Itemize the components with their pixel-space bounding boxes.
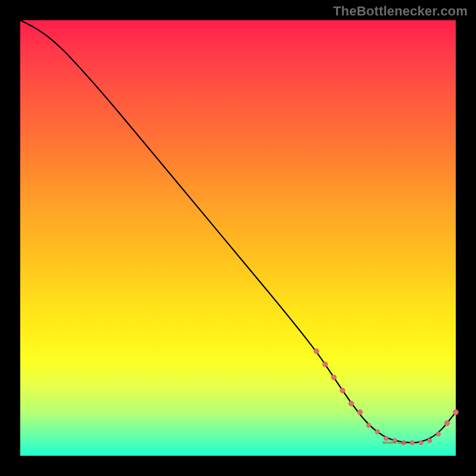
- data-marker: [444, 421, 450, 426]
- plot-area: NVIDIA GEO: [20, 20, 456, 456]
- data-marker: [340, 388, 345, 393]
- data-marker: [427, 439, 431, 443]
- chart-svg: NVIDIA GEO: [20, 20, 456, 456]
- data-marker: [384, 436, 388, 440]
- data-marker: [375, 430, 380, 434]
- watermark-text: TheBottlenecker.com: [333, 4, 468, 19]
- curve-path: [20, 20, 456, 443]
- data-marker: [322, 362, 327, 367]
- chart-frame: TheBottlenecker.com NVIDIA GEO: [0, 0, 476, 476]
- data-marker: [314, 349, 319, 353]
- data-marker: [419, 440, 423, 444]
- data-marker: [453, 409, 459, 415]
- data-marker: [410, 440, 414, 444]
- data-marker: [367, 423, 371, 427]
- chart-annotation: NVIDIA GEO: [383, 441, 406, 444]
- data-marker: [331, 375, 336, 380]
- data-marker: [349, 401, 353, 406]
- data-marker: [436, 432, 440, 436]
- data-marker: [358, 410, 362, 415]
